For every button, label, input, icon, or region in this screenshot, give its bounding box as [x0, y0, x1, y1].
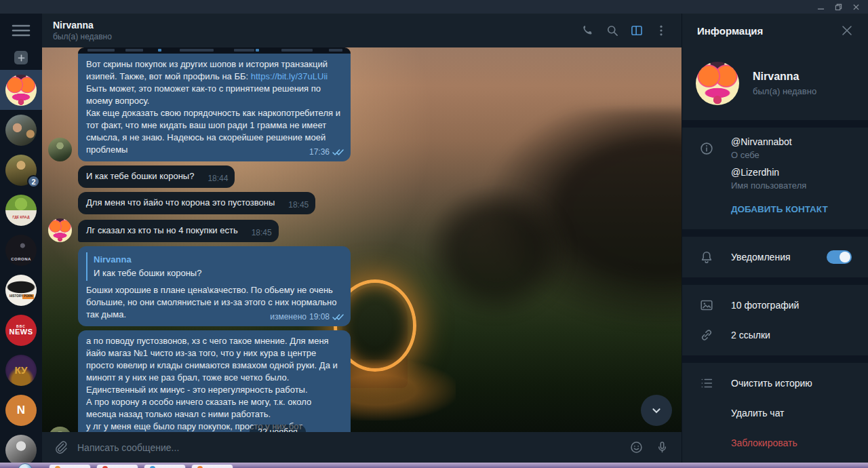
message-text: Лг сказал хз кто ты но 4 покупки есть	[86, 225, 238, 237]
notifications-toggle[interactable]	[827, 250, 852, 264]
message-bubble[interactable]: Лг сказал хз кто ты но 4 покупки есть18:…	[78, 220, 279, 242]
message-bubble[interactable]: Для меня что йайо что корона это пустозв…	[78, 192, 315, 214]
unread-badge: 2	[27, 175, 40, 188]
notifications-row[interactable]: Уведомления	[682, 242, 868, 272]
links-row[interactable]: 2 ссылки	[682, 320, 868, 350]
sidebar-chat-n-chat[interactable]: N	[0, 390, 42, 430]
chat-list: 2ГДЕ КЛАДCORONAHISTORY PORNBBCNEWSКУN	[0, 70, 42, 468]
message-bubble[interactable]: а по поводу пустозвонов, хз с чего такое…	[78, 330, 351, 432]
panel-row-texts: Очистить историю	[731, 378, 868, 389]
sidebar-chat-bbc-news[interactable]: BBCNEWS	[0, 310, 42, 350]
microphone-icon	[655, 440, 669, 454]
window-close-button[interactable]	[848, 1, 864, 12]
taskbar-app-button[interactable]	[96, 464, 138, 468]
panel-row[interactable]: @LizerdhinИмя пользователя	[682, 163, 868, 194]
chat-avatar: BBCNEWS	[5, 315, 37, 346]
scroll-to-bottom-button[interactable]	[641, 395, 672, 426]
message-bubble[interactable]: Вот скрины покупок из других шопов и ист…	[78, 54, 351, 161]
taskbar-start-orb[interactable]	[18, 463, 33, 468]
chat-menu-button[interactable]	[649, 18, 673, 43]
message-link[interactable]: https://bit.ly/37uLUii	[251, 71, 328, 81]
message-time: 18:45	[288, 199, 309, 211]
chat-canvas: Вот скрины покупок из других шопов и ист…	[42, 47, 682, 432]
list-icon	[682, 376, 731, 391]
profile-avatar[interactable]	[696, 62, 739, 105]
photo-fragment	[158, 49, 161, 52]
panel-row-texts: @LizerdhinИмя пользователя	[731, 167, 868, 191]
cropped-photo-attachment[interactable]	[78, 47, 351, 54]
block-user-row[interactable]: Заблокировать	[682, 428, 868, 458]
date-pill[interactable]: 22 ноября	[250, 425, 306, 432]
sidebar-chat-mona-lisa[interactable]: 2	[0, 150, 42, 190]
sidebar-chat-ku[interactable]: КУ	[0, 350, 42, 390]
search-button[interactable]	[600, 18, 625, 43]
main-menu-button[interactable]	[12, 23, 31, 38]
toggle-info-panel-button[interactable]	[625, 18, 649, 43]
info-panel-header: Информация	[682, 14, 868, 47]
app-window: 2ГДЕ КЛАДCORONAHISTORY PORNBBCNEWSКУN Ni…	[0, 14, 868, 463]
reply-quote[interactable]: NirvannaИ как тебе бошки короны?	[86, 252, 342, 281]
info-panel-section: Очистить историюУдалить чатЗаблокировать	[682, 363, 868, 463]
sidebar-chat-nirvanna[interactable]	[0, 70, 42, 110]
photo-fragment	[234, 49, 254, 52]
panel-row-title: @Nirvannabot	[731, 136, 860, 147]
window-restore-button[interactable]	[830, 1, 846, 12]
add-folder-button[interactable]	[14, 51, 28, 64]
chat-header-info[interactable]: Nirvanna был(а) недавно	[53, 20, 576, 41]
avatar-label: N	[17, 404, 25, 416]
panel-row[interactable]: Удалить чат	[682, 398, 868, 428]
photos-row[interactable]: 10 фотографий	[682, 290, 868, 320]
taskbar-app-button[interactable]	[144, 464, 186, 468]
photo-fragment	[329, 49, 342, 52]
message-text: А про корону я особо ничего сказать не м…	[86, 396, 342, 421]
panel-row-texts: @NirvannabotО себе	[731, 136, 868, 160]
sidebar-chat-history-porn[interactable]: HISTORY PORN	[0, 270, 42, 310]
message-column: И как тебе бошки короны?18:44	[78, 165, 235, 188]
bell-icon	[682, 250, 731, 265]
message-bubble[interactable]: И как тебе бошки короны?18:44	[78, 165, 235, 188]
window-minimize-button[interactable]	[812, 1, 829, 12]
window-titlebar	[0, 0, 868, 14]
message-text: И как тебе бошки короны?	[86, 170, 194, 182]
panel-row-title: @Lizerdhin	[731, 167, 860, 178]
close-info-panel-button[interactable]	[835, 19, 859, 42]
emoji-button[interactable]	[623, 435, 649, 461]
sidebar-chat-green-meme[interactable]: ГДЕ КЛАД	[0, 190, 42, 230]
panel-row-title: 10 фотографий	[731, 300, 860, 311]
info-row[interactable]: @NirvannabotО себе	[682, 133, 868, 163]
voice-record-button[interactable]	[649, 435, 675, 461]
message-column: Вот скрины покупок из других шопов и ист…	[78, 47, 351, 161]
reply-sender-name: Nirvanna	[94, 254, 342, 266]
chat-header: Nirvanna был(а) недавно	[42, 14, 682, 47]
message-sender-avatar[interactable]	[48, 138, 72, 161]
reply-quoted-text: И как тебе бошки короны?	[94, 267, 342, 279]
attach-button[interactable]	[47, 435, 73, 461]
chat-status: был(а) недавно	[53, 32, 576, 41]
message-bubble[interactable]: NirvannaИ как тебе бошки короны?Бошки хо…	[78, 246, 351, 326]
message-sender-avatar[interactable]	[48, 218, 72, 242]
close-icon	[841, 24, 853, 37]
photo-fragment	[125, 49, 143, 52]
chat-avatar	[5, 75, 37, 106]
add-contact-row[interactable]: ДОБАВИТЬ КОНТАКТ	[682, 194, 868, 224]
taskbar-app-button[interactable]	[49, 464, 91, 468]
taskbar-app-button[interactable]	[191, 464, 233, 468]
edited-label: изменено	[270, 311, 307, 323]
plus-icon	[18, 54, 25, 62]
message-column: Для меня что йайо что корона это пустозв…	[78, 192, 315, 214]
message-row: Для меня что йайо что корона это пустозв…	[48, 192, 682, 214]
panel-row-title: 2 ссылки	[731, 330, 860, 340]
chevron-down-icon	[649, 403, 664, 418]
call-button[interactable]	[576, 18, 600, 43]
os-taskbar	[0, 463, 868, 468]
chat-avatar: HISTORY PORN	[5, 275, 37, 306]
chat-avatar: КУ	[5, 355, 37, 386]
sidebar-chat-corona[interactable]: CORONA	[0, 230, 42, 270]
message-input[interactable]	[73, 442, 623, 453]
message-meta: 18:44	[208, 172, 228, 184]
panel-row-texts: ДОБАВИТЬ КОНТАКТ	[731, 204, 868, 214]
message-time: 17:36	[309, 146, 330, 158]
clear-history-row[interactable]: Очистить историю	[682, 368, 868, 398]
message-sender-avatar[interactable]	[48, 427, 72, 432]
sidebar-chat-person-with-cat[interactable]	[0, 110, 42, 150]
